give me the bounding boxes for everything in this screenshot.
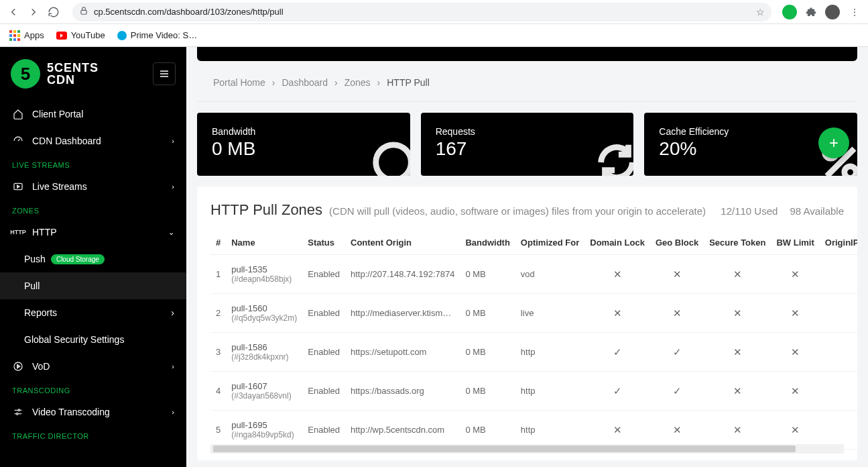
- back-button[interactable]: [5, 4, 21, 20]
- row-domain-lock: ✕: [584, 411, 650, 450]
- forward-button[interactable]: [25, 4, 42, 20]
- bookmark-prime[interactable]: Prime Video: S…: [117, 30, 197, 40]
- play-circle-icon: [12, 361, 24, 372]
- nav-global-security[interactable]: Global Security Settings: [0, 326, 186, 353]
- stat-value: 0 MB: [212, 138, 395, 160]
- row-bandwidth: 0 MB: [460, 372, 515, 411]
- bookmark-label: Prime Video: S…: [131, 30, 197, 40]
- nav-label: CDN Dashboard: [32, 136, 101, 146]
- lock-icon: [79, 6, 88, 17]
- panel-title: HTTP Pull Zones: [210, 201, 322, 219]
- address-bar[interactable]: cp.5centscdn.com/dashboard/103/zones/htt…: [72, 3, 771, 21]
- column-header: Geo Block: [650, 231, 704, 255]
- bookmark-youtube[interactable]: YouTube: [56, 30, 105, 40]
- table-row: 2pull-1560(#q5dyq5w3yk2m)Enabledhttp://m…: [210, 294, 857, 333]
- row-bandwidth: 0 MB: [460, 294, 515, 333]
- browser-toolbar: cp.5centscdn.com/dashboard/103/zones/htt…: [0, 0, 868, 24]
- nav-cdn-dashboard[interactable]: CDN Dashboard ›: [0, 127, 186, 154]
- nav-pull[interactable]: Pull: [0, 272, 186, 299]
- cloud-storage-badge: Cloud Storage: [51, 254, 105, 264]
- nav-label: VoD: [32, 361, 50, 372]
- logo-row: 5 5CENTS CDN: [0, 47, 186, 101]
- nav-video-transcoding[interactable]: Video Transcoding ›: [0, 399, 186, 425]
- bookmark-star-icon[interactable]: ☆: [756, 7, 765, 17]
- column-header: Name: [226, 231, 302, 255]
- row-bw-limit: ✕: [771, 411, 819, 450]
- breadcrumb-item[interactable]: Portal Home: [213, 77, 265, 88]
- row-origin: http://207.148.74.192:7874: [345, 255, 460, 294]
- sidebar-toggle-button[interactable]: [153, 62, 176, 85]
- url-text: cp.5centscdn.com/dashboard/103/zones/htt…: [94, 7, 284, 17]
- row-origin: https://bassads.org: [345, 372, 460, 411]
- stat-bandwidth: Bandwidth 0 MB: [197, 113, 410, 176]
- row-name: pull-1607(#3dayan568vnl): [226, 372, 302, 411]
- nav-label: Client Portal: [32, 109, 83, 119]
- circle-icon: [370, 139, 410, 176]
- row-bandwidth: 0 MB: [460, 255, 515, 294]
- row-name: pull-1560(#q5dyq5w3yk2m): [226, 294, 302, 333]
- row-domain-lock: ✕: [584, 255, 650, 294]
- nav-http[interactable]: HTTP HTTP ⌄: [0, 219, 186, 246]
- stat-label: Requests: [436, 126, 619, 137]
- nav-vod[interactable]: VoD ›: [0, 353, 186, 380]
- column-header: Domain Lock: [584, 231, 650, 255]
- chevron-right-icon: ›: [272, 77, 275, 88]
- nav-push[interactable]: Push Cloud Storage: [0, 246, 186, 272]
- nav-client-portal[interactable]: Client Portal: [0, 101, 186, 127]
- horizontal-scrollbar[interactable]: [210, 444, 844, 454]
- row-name: pull-1535(#deapn4b58bjx): [226, 255, 302, 294]
- breadcrumb-item[interactable]: Dashboard: [282, 77, 328, 88]
- nav-label: HTTP: [32, 227, 57, 238]
- nav-label: Video Transcoding: [32, 407, 110, 417]
- nav-label: Push: [24, 254, 46, 264]
- chevron-right-icon: ›: [171, 307, 174, 318]
- extensions-puzzle-icon[interactable]: [804, 5, 818, 19]
- row-index: 1: [210, 255, 226, 294]
- breadcrumb-item[interactable]: Zones: [345, 77, 371, 88]
- nav-label: Global Security Settings: [24, 334, 124, 345]
- chevron-right-icon: ›: [172, 408, 174, 416]
- chevron-right-icon: ›: [377, 77, 381, 88]
- scroll-thumb[interactable]: [213, 446, 796, 452]
- panel-header: HTTP Pull Zones (CDN will pull (videos, …: [210, 201, 844, 219]
- row-origin: https://setupott.com: [345, 333, 460, 372]
- column-header: BW Limit: [771, 231, 819, 255]
- apps-icon: [9, 30, 20, 41]
- column-header: Content Origin: [345, 231, 460, 255]
- extension-grammarly-icon[interactable]: [782, 5, 797, 19]
- add-zone-fab[interactable]: +: [818, 127, 849, 158]
- row-secure-token: ✕: [704, 333, 771, 372]
- row-bandwidth: 0 MB: [460, 333, 515, 372]
- svg-point-5: [375, 145, 410, 176]
- bookmark-apps[interactable]: Apps: [9, 30, 44, 41]
- profile-avatar[interactable]: [825, 5, 840, 19]
- row-status: Enabled: [302, 411, 345, 450]
- nav-label: Pull: [24, 280, 40, 291]
- chevron-right-icon: ›: [334, 77, 338, 88]
- row-geo-block: ✕: [650, 294, 704, 333]
- column-header: #: [210, 231, 226, 255]
- row-domain-lock: ✓: [584, 372, 650, 411]
- row-index: 3: [210, 333, 226, 372]
- reload-button[interactable]: [46, 4, 62, 20]
- home-icon: [12, 109, 24, 119]
- nav-live-streams[interactable]: Live Streams ›: [0, 173, 186, 200]
- table-row: 3pull-1586(#j3z8dk4kpxnr)Enabledhttps://…: [210, 333, 857, 372]
- row-optimized: http: [515, 372, 584, 411]
- row-bw-limit: ✕: [771, 294, 819, 333]
- nav-reports[interactable]: Reports ›: [0, 299, 186, 326]
- row-name: pull-1586(#j3z8dk4kpxnr): [226, 333, 302, 372]
- chevron-right-icon: ›: [172, 183, 174, 191]
- nav-label: Live Streams: [32, 181, 87, 192]
- kebab-menu-icon[interactable]: ⋮: [847, 4, 863, 20]
- row-geo-block: ✓: [650, 372, 704, 411]
- row-index: 5: [210, 411, 226, 450]
- row-origin: http://wp.5centscdn.com: [345, 411, 460, 450]
- column-header: Status: [302, 231, 345, 255]
- prime-icon: [117, 31, 127, 40]
- section-zones: ZONES: [0, 200, 186, 219]
- main-content: Portal Home › Dashboard › Zones › HTTP P…: [186, 47, 868, 467]
- breadcrumb-row: Portal Home › Dashboard › Zones › HTTP P…: [197, 68, 857, 102]
- row-origin: http://mediaserver.ktism…: [345, 294, 460, 333]
- row-status: Enabled: [302, 294, 345, 333]
